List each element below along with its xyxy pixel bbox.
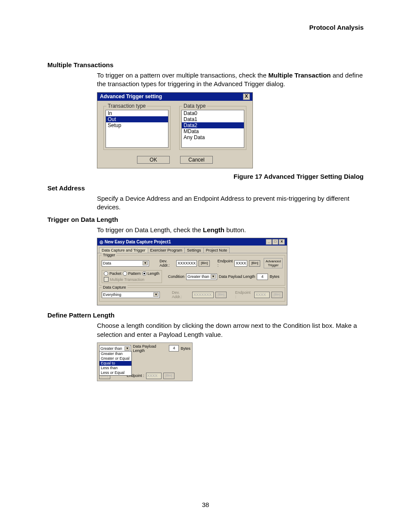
bold-text: Multiple Transaction (268, 72, 331, 79)
heading-multiple-transactions: Multiple Transactions (47, 61, 364, 68)
minimize-icon[interactable]: _ (266, 239, 272, 245)
paragraph-multiple-transactions: To trigger on a pattern over multiple tr… (97, 71, 364, 89)
group-legend: Transaction type (106, 103, 147, 109)
text: To trigger on Data Length, check the (97, 226, 203, 233)
label: Pattern (128, 271, 141, 276)
dialog-title: Advanced Trigger setting (100, 93, 162, 100)
dev-addr-input[interactable]: XXXXXXX (176, 260, 197, 267)
label: Length (148, 271, 160, 276)
tab-settings[interactable]: Settings (184, 247, 204, 253)
tab-strip: Data Capture and Trigger Exerciser Progr… (99, 247, 287, 253)
tab-exerciser[interactable]: Exerciser Program (148, 247, 185, 253)
payload-length-input[interactable]: 4 (169, 345, 179, 352)
chevron-down-icon: ▼ (153, 292, 159, 297)
label: Bytes (181, 346, 190, 351)
close-icon[interactable]: X (279, 239, 285, 245)
heading-set-address: Set Address (47, 184, 364, 192)
cancel-button[interactable]: Cancel (180, 156, 213, 164)
dialog-titlebar: Advanced Trigger setting X (97, 93, 252, 101)
label: Data Payload Length (133, 344, 167, 353)
paragraph-define-pattern-length: Choose a length condition by clicking th… (97, 321, 364, 339)
label: Bytes (270, 274, 280, 279)
radio-pattern[interactable] (123, 271, 127, 276)
maximize-icon[interactable]: □ (272, 239, 278, 245)
page-header: Protocol Analysis (47, 24, 364, 31)
figure-caption: Figure 17 Advanced Trigger Setting Dialo… (47, 173, 364, 180)
bold-text: Length (203, 226, 224, 233)
listbox-transaction-type[interactable]: In Out Setup (106, 110, 168, 148)
label: Data Payload Length (219, 274, 255, 279)
list-item[interactable]: MData (182, 128, 244, 134)
chevron-down-icon: ▼ (211, 274, 216, 279)
condition-options-list[interactable]: Greater than Greater or Equal Equal to L… (99, 351, 132, 376)
label: Endpoint : (218, 259, 233, 268)
endpoint-input[interactable]: XXXX (234, 260, 247, 267)
close-icon[interactable]: X (243, 93, 250, 100)
text: To trigger on a pattern over multiple tr… (97, 72, 268, 79)
window-title: ◎ New Easy Data Capture Project1 (100, 240, 171, 244)
figure-advanced-trigger-dialog: Advanced Trigger setting X Transaction t… (97, 92, 253, 168)
label: Condition (168, 274, 184, 279)
listbox-data-type[interactable]: Data0 Data1 Data2 MData Any Data (181, 110, 244, 148)
dropdown-value: Greater than (187, 274, 209, 279)
paragraph-trigger-data-length: To trigger on Data Length, check the Len… (97, 226, 364, 234)
group-legend: Trigger (102, 253, 116, 257)
endpoint-input: XXXX (146, 373, 162, 379)
groupbox-trigger: Trigger Data ▼ Dev. Addr.: XXXXXXX [Bin]… (99, 255, 285, 286)
list-item[interactable]: Less than (100, 366, 131, 370)
radio-length[interactable] (142, 271, 146, 276)
label: Multiple Transaction (110, 277, 144, 282)
figure-condition-dropdown: Greater than ▼ Data Payload Length 4 Byt… (97, 342, 193, 381)
payload-length-input[interactable]: 4 (257, 274, 268, 280)
endpoint-input: XXXX (254, 292, 270, 298)
window-titlebar: ◎ New Easy Data Capture Project1 _ □ X (97, 238, 287, 246)
radio-packet[interactable] (104, 271, 108, 276)
label: Dev. Addr.: (159, 259, 174, 268)
groupbox-transaction-type: Transaction type In Out Setup (103, 106, 171, 150)
label: Endpoint : (235, 290, 252, 299)
list-item[interactable]: Setup (106, 122, 168, 128)
dropdown-value: Everything (103, 292, 121, 297)
data-capture-dropdown[interactable]: Everything ▼ (102, 292, 160, 298)
list-item[interactable]: Greater than (100, 352, 131, 356)
paragraph-set-address: Specify a Device Address and an Endpoint… (97, 194, 364, 212)
label: Dev. Addr.: (172, 290, 190, 299)
checkbox-multiple-transaction[interactable] (104, 277, 109, 282)
bin-button[interactable]: [Bin] (199, 260, 210, 267)
list-item[interactable]: Data1 (182, 116, 244, 122)
heading-trigger-data-length: Trigger on Data Length (47, 216, 364, 223)
trigger-type-dropdown[interactable]: Data ▼ (102, 260, 149, 267)
ok-button[interactable]: OK (137, 156, 170, 164)
list-item[interactable]: Data0 (182, 110, 244, 116)
advanced-trigger-button[interactable]: AdvancedTrigger (264, 258, 283, 268)
groupbox-data-type: Data type Data0 Data1 Data2 MData Any Da… (179, 106, 246, 150)
list-item[interactable]: Greater or Equal (100, 356, 131, 361)
list-item[interactable]: Data2 (182, 122, 244, 128)
bin-button: [Bin] (215, 292, 227, 298)
group-legend: Data type (182, 103, 207, 109)
bin-button: [Bin] (163, 373, 174, 379)
dropdown-value: Greater than (100, 346, 122, 351)
chevron-down-icon: ▼ (125, 346, 130, 351)
group-legend: Data Capture (102, 285, 128, 289)
condition-dropdown[interactable]: Greater than ▼ (186, 274, 217, 280)
list-item[interactable]: Equal to (100, 361, 131, 366)
groupbox-data-capture: Data Capture Everything ▼ Dev. Addr.: XX… (99, 287, 285, 302)
dev-addr-input: XXXXXXX (192, 292, 214, 298)
list-item[interactable]: In (106, 110, 168, 116)
list-item[interactable]: Any Data (182, 134, 244, 140)
figure-data-capture-window: ◎ New Easy Data Capture Project1 _ □ X D… (97, 238, 287, 305)
trigger-mode-group: Packet Pattern Length Multiple Transacti… (102, 270, 162, 283)
page-number: 38 (0, 501, 411, 508)
bin-button: [Bin] (271, 292, 283, 298)
label: Packet (109, 271, 121, 276)
tab-project-note[interactable]: Project Note (203, 247, 230, 253)
text: button. (224, 226, 246, 233)
dropdown-value: Data (103, 261, 111, 265)
bin-button[interactable]: [Bin] (249, 260, 260, 267)
chevron-down-icon: ▼ (143, 261, 148, 265)
tab-data-capture[interactable]: Data Capture and Trigger (99, 247, 148, 253)
list-item[interactable]: Less or Equal (100, 370, 131, 375)
heading-define-pattern-length: Define Pattern Length (47, 311, 364, 319)
list-item[interactable]: Out (106, 116, 168, 122)
